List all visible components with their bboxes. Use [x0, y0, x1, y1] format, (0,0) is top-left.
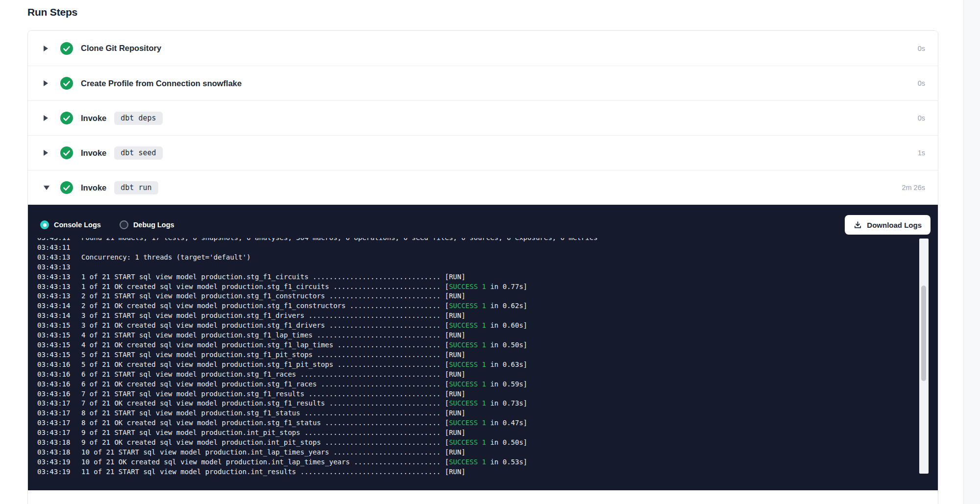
log-message: 3 of 21 OK created sql view model produc…: [81, 321, 527, 331]
radio-console-logs[interactable]: Console Logs: [40, 220, 101, 229]
run-steps-section: Run Steps Clone Git Repository0sCreate P…: [27, 0, 938, 504]
log-message: 4 of 21 START sql view model production.…: [81, 331, 466, 340]
log-status-success: SUCCESS 1: [449, 341, 486, 349]
log-line: 03:43:1910 of 21 OK created sql view mod…: [37, 457, 865, 467]
log-status-success: SUCCESS 1: [449, 380, 486, 388]
log-timestamp: 03:43:17: [37, 428, 81, 438]
log-line: 03:43:165 of 21 OK created sql view mode…: [37, 360, 865, 370]
step-duration: 0s: [918, 45, 925, 52]
log-timestamp: 03:43:15: [37, 340, 81, 350]
log-message: 6 of 21 START sql view model production.…: [81, 370, 466, 380]
check-success-icon: [60, 42, 73, 55]
log-message: 4 of 21 OK created sql view model produc…: [81, 340, 527, 350]
log-timestamp: 03:43:16: [37, 389, 81, 399]
log-scrollbar-track[interactable]: [919, 239, 929, 474]
run-step-row[interactable]: Create Profile from Connection snowflake…: [28, 66, 938, 100]
log-timestamp: 03:43:16: [37, 380, 81, 389]
check-success-icon: [60, 77, 73, 90]
log-message: 3 of 21 START sql view model production.…: [81, 311, 466, 321]
log-message: 5 of 21 START sql view model production.…: [81, 350, 466, 360]
log-message: 10 of 21 OK created sql view model produ…: [81, 457, 527, 467]
log-timestamp: 03:43:18: [37, 448, 81, 457]
log-timestamp: 03:43:14: [37, 311, 81, 321]
radio-selected-icon[interactable]: [40, 220, 49, 229]
run-step-row[interactable]: Invokedbt seed1s: [28, 135, 938, 170]
check-success-icon: [60, 146, 73, 159]
log-timestamp: 03:43:13: [37, 253, 81, 263]
log-line: 03:43:13Concurrency: 1 threads (target='…: [37, 253, 865, 263]
log-status-success: SUCCESS 1: [449, 419, 486, 427]
download-logs-button[interactable]: Download Logs: [845, 215, 931, 235]
run-step-row[interactable]: Clone Git Repository0s: [28, 31, 938, 66]
step-duration: 0s: [918, 114, 925, 122]
log-line: 03:43:142 of 21 OK created sql view mode…: [37, 301, 865, 311]
log-timestamp: 03:43:18: [37, 438, 81, 448]
log-line: 03:43:177 of 21 OK created sql view mode…: [37, 399, 865, 408]
log-timestamp: 03:43:19: [37, 457, 81, 467]
step-command-chip: dbt seed: [114, 146, 162, 160]
log-timestamp: 03:43:11: [37, 243, 81, 253]
log-line: 03:43:131 of 21 START sql view model pro…: [37, 272, 865, 282]
log-line: 03:43:155 of 21 START sql view model pro…: [37, 350, 865, 360]
log-line: 03:43:167 of 21 START sql view model pro…: [37, 389, 865, 399]
step-command-chip: dbt deps: [114, 112, 162, 125]
log-line: 03:43:1810 of 21 START sql view model pr…: [37, 448, 865, 457]
log-line: 03:43:1911 of 21 START sql view model pr…: [37, 467, 865, 477]
log-message: 8 of 21 START sql view model production.…: [81, 408, 466, 418]
log-timestamp: 03:43:19: [37, 467, 81, 477]
log-line: 03:43:178 of 21 START sql view model pro…: [37, 408, 865, 418]
log-timestamp: 03:43:13: [37, 282, 81, 292]
log-message: 7 of 21 OK created sql view model produc…: [81, 399, 527, 408]
log-status-success: SUCCESS 1: [449, 302, 486, 310]
step-command-chip: dbt run: [114, 181, 158, 194]
chevron-right-icon[interactable]: [44, 80, 50, 86]
radio-unselected-icon[interactable]: [120, 220, 128, 229]
chevron-right-icon[interactable]: [44, 46, 50, 51]
run-step-row[interactable]: Invokedbt deps0s: [28, 100, 938, 135]
log-timestamp: 03:43:16: [37, 360, 81, 370]
run-steps-list: Clone Git Repository0sCreate Profile fro…: [28, 31, 938, 205]
log-line: 03:43:166 of 21 START sql view model pro…: [37, 370, 865, 380]
run-step-row[interactable]: Invokedbt run2m 26s: [28, 170, 938, 205]
chevron-right-icon[interactable]: [44, 115, 50, 121]
chevron-down-icon[interactable]: [44, 186, 50, 190]
console-log-output[interactable]: 03:43:11Found 21 models, 17 tests, 0 sna…: [37, 238, 865, 486]
log-line: 03:43:154 of 21 OK created sql view mode…: [37, 340, 865, 350]
log-message: Concurrency: 1 threads (target='default'…: [81, 253, 251, 263]
log-line: 03:43:11: [37, 243, 865, 253]
log-line: 03:43:166 of 21 OK created sql view mode…: [37, 380, 865, 389]
log-message: 9 of 21 START sql view model production.…: [81, 428, 466, 438]
log-timestamp: 03:43:13: [37, 291, 81, 301]
run-steps-card: Clone Git Repository0sCreate Profile fro…: [27, 30, 938, 504]
check-success-icon: [60, 181, 73, 194]
step-label: Clone Git Repository: [81, 44, 161, 53]
step-label: Invoke: [81, 183, 106, 192]
log-message: 7 of 21 START sql view model production.…: [81, 389, 466, 399]
log-timestamp: 03:43:13: [37, 272, 81, 282]
log-line: 03:43:189 of 21 OK created sql view mode…: [37, 438, 865, 448]
log-message: 1 of 21 START sql view model production.…: [81, 272, 466, 282]
log-timestamp: 03:43:14: [37, 301, 81, 311]
log-status-success: SUCCESS 1: [449, 321, 486, 329]
log-line: 03:43:143 of 21 START sql view model pro…: [37, 311, 865, 321]
log-timestamp: 03:43:17: [37, 399, 81, 408]
log-timestamp: 03:43:17: [37, 418, 81, 428]
log-panel: Console Logs Debug Logs Download Logs: [28, 205, 938, 490]
log-message: 2 of 21 START sql view model production.…: [81, 291, 466, 301]
log-line: 03:43:131 of 21 OK created sql view mode…: [37, 282, 865, 292]
log-status-success: SUCCESS 1: [449, 438, 486, 446]
step-label: Create Profile from Connection snowflake: [81, 79, 242, 88]
page-side-gutter: [963, 0, 980, 504]
check-success-icon: [60, 112, 73, 124]
log-status-success: SUCCESS 1: [449, 458, 486, 466]
radio-debug-logs[interactable]: Debug Logs: [120, 220, 174, 229]
step-label: Invoke: [81, 148, 106, 158]
log-scrollbar-thumb[interactable]: [921, 286, 926, 381]
log-message: 2 of 21 OK created sql view model produc…: [81, 301, 527, 311]
log-timestamp: 03:43:11: [37, 238, 81, 243]
log-timestamp: 03:43:13: [37, 263, 81, 272]
log-status-success: SUCCESS 1: [449, 283, 486, 290]
log-message: Found 21 models, 17 tests, 0 snapshots, …: [81, 238, 598, 243]
download-logs-label: Download Logs: [867, 221, 922, 229]
chevron-right-icon[interactable]: [44, 150, 50, 156]
